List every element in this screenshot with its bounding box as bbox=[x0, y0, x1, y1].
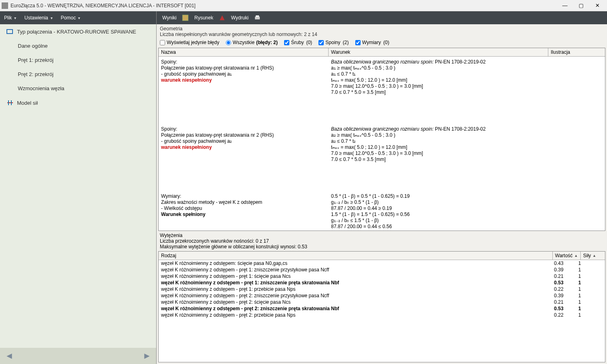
col-sily[interactable]: Siły▲ bbox=[581, 252, 605, 260]
geom-title: Geometria bbox=[160, 26, 604, 32]
app-icon bbox=[2, 2, 8, 9]
menu-bar: Plik▾ Ustawienia▾ Pomoc▾ bbox=[0, 11, 156, 24]
connection-type-icon bbox=[6, 28, 14, 35]
results-icon[interactable] bbox=[182, 15, 189, 21]
minimize-button[interactable]: — bbox=[557, 1, 573, 11]
svg-rect-7 bbox=[256, 15, 259, 17]
result-row[interactable]: Wymiary:Zakres ważności metody - węzeł K… bbox=[159, 191, 605, 231]
toolbar-wydruki[interactable]: Wydruki bbox=[229, 11, 251, 24]
results-grid-body[interactable]: Spoiny:Połączenie pas kratowy-pręt skrat… bbox=[159, 57, 605, 231]
wytezenia-row[interactable]: węzeł K różnoimienny z odstępem - pręt 2… bbox=[159, 312, 605, 318]
wytezenia-header: Wytężenia Liczba przekroczonych warunków… bbox=[157, 231, 607, 250]
chevron-down-icon: ▾ bbox=[51, 16, 53, 20]
next-arrow-icon[interactable]: ► bbox=[142, 351, 151, 361]
filter-only-errors-label: Wyświetlaj jedynie błędy bbox=[167, 40, 219, 45]
toolbar: Wyniki Rysunek Wydruki bbox=[157, 11, 607, 24]
menu-plik-label: Plik bbox=[4, 15, 12, 21]
toolbar-rysunek-label: Rysunek bbox=[194, 15, 213, 21]
nav-wzm[interactable]: Wzmocnienia węzła bbox=[0, 81, 156, 95]
wytezenia-row[interactable]: węzeł K różnoimienny z odstępem - pręt 1… bbox=[159, 279, 605, 286]
radio[interactable] bbox=[226, 40, 231, 45]
print-icon[interactable] bbox=[254, 15, 261, 21]
model-sil-icon bbox=[6, 99, 14, 106]
col-sily-label: Siły bbox=[583, 253, 591, 258]
wytezenia-row[interactable]: węzeł K różnoimienny z odstępem - pręt 2… bbox=[159, 305, 605, 312]
maximize-button[interactable]: ▢ bbox=[573, 1, 589, 11]
menu-ustawienia-label: Ustawienia bbox=[24, 15, 48, 21]
wytezenia-row[interactable]: węzeł K różnoimienny z odstępem - pręt 1… bbox=[159, 286, 605, 292]
nav-model-label: Model sił bbox=[17, 100, 38, 106]
checkbox[interactable] bbox=[318, 40, 324, 45]
filter-only-errors[interactable]: Wyświetlaj jedynie błędy bbox=[160, 40, 219, 45]
nav-pager: ◄ ► bbox=[0, 348, 156, 364]
nav-pret1[interactable]: Pręt 1: przekrój bbox=[0, 53, 156, 67]
checkbox[interactable] bbox=[284, 40, 289, 45]
wytezenia-row[interactable]: węzeł K różnoimienny z odstępem - pręt 2… bbox=[159, 299, 605, 305]
filter-all-label: Wszystkie bbox=[233, 40, 255, 45]
filter-wymiary-label: Wymiary bbox=[362, 40, 381, 45]
nav-pret2-label: Pręt 2: przekrój bbox=[18, 71, 53, 77]
wytezenia-grid-header: Rodzaj Wartość▲ Siły▲ bbox=[159, 252, 605, 260]
window-title: EuroZłącza 5.0 - WEWNĘTRZNA, NIEKOMERCYJ… bbox=[11, 3, 557, 8]
wyt-title: Wytężenia bbox=[160, 233, 604, 238]
chevron-down-icon: ▾ bbox=[78, 16, 80, 20]
wyt-summary1: Liczba przekroczonych warunków nośności:… bbox=[160, 238, 604, 244]
filter-sruby-count: (0) bbox=[306, 40, 312, 45]
svg-rect-6 bbox=[255, 17, 260, 19]
col-rodzaj[interactable]: Rodzaj bbox=[159, 252, 553, 260]
menu-pomoc-label: Pomoc bbox=[61, 15, 76, 21]
drawing-icon[interactable] bbox=[219, 15, 225, 21]
nav-model[interactable]: Model sił bbox=[0, 95, 156, 110]
result-row[interactable]: Spoiny:Połączenie pas kratowy-pręt skrat… bbox=[159, 124, 605, 167]
filter-spoiny[interactable]: Spoiny (2) bbox=[318, 40, 348, 45]
menu-plik[interactable]: Plik▾ bbox=[0, 11, 20, 24]
filter-all[interactable]: Wszystkie (błędy: 2) bbox=[226, 40, 278, 45]
nav-dane-label: Dane ogólne bbox=[18, 43, 48, 49]
results-grid: Nazwa Warunek Ilustracja Spoiny:Połączen… bbox=[158, 48, 605, 231]
wytezenia-section: Wytężenia Liczba przekroczonych warunków… bbox=[157, 231, 607, 364]
nav-typ-label: Typ połączenia - KRATOWO-RUROWE SPAWANE bbox=[17, 29, 136, 35]
wytezenia-grid: Rodzaj Wartość▲ Siły▲ węzeł K różnoimien… bbox=[158, 251, 605, 362]
filter-wymiary-count: (0) bbox=[383, 40, 389, 45]
filter-wymiary[interactable]: Wymiary (0) bbox=[355, 40, 389, 45]
toolbar-wyniki-label: Wyniki bbox=[162, 15, 176, 21]
checkbox[interactable] bbox=[160, 40, 165, 45]
menu-ustawienia[interactable]: Ustawienia▾ bbox=[20, 11, 57, 24]
titlebar: EuroZłącza 5.0 - WEWNĘTRZNA, NIEKOMERCYJ… bbox=[0, 0, 607, 11]
nav-dane[interactable]: Dane ogólne bbox=[0, 39, 156, 53]
nav-tree: Typ połączenia - KRATOWO-RUROWE SPAWANE … bbox=[0, 24, 156, 348]
svg-rect-0 bbox=[7, 30, 13, 34]
close-button[interactable]: ✕ bbox=[589, 1, 605, 11]
menu-pomoc[interactable]: Pomoc▾ bbox=[57, 11, 84, 24]
filter-spoiny-count: (2) bbox=[343, 40, 349, 45]
toolbar-wydruki-label: Wydruki bbox=[231, 15, 248, 21]
col-ilustracja[interactable]: Ilustracja bbox=[548, 48, 605, 56]
prev-arrow-icon[interactable]: ◄ bbox=[5, 351, 14, 361]
col-warunek[interactable]: Warunek bbox=[329, 48, 548, 56]
result-row[interactable]: Spoiny:Połączenie pas kratowy-pręt skrat… bbox=[159, 57, 605, 99]
filter-spoiny-label: Spoiny bbox=[325, 40, 340, 45]
wytezenia-row[interactable]: węzeł K różnoimienny z odstępem - pręt 1… bbox=[159, 273, 605, 279]
wyt-summary2: Maksymalne wytężenie główne w obliczanej… bbox=[160, 244, 604, 250]
wytezenia-row[interactable]: węzeł K różnoimienny z odstępem - pręt 1… bbox=[159, 267, 605, 273]
results-grid-header: Nazwa Warunek Ilustracja bbox=[159, 48, 605, 57]
wytezenia-row[interactable]: węzeł K różnoimienny z odstępem: ścięcie… bbox=[159, 260, 605, 267]
col-wartosc[interactable]: Wartość▲ bbox=[553, 252, 581, 260]
wytezenia-row[interactable]: węzeł K różnoimienny z odstępem - pręt 2… bbox=[159, 292, 605, 299]
filter-bar: Wyświetlaj jedynie błędy Wszystkie (błęd… bbox=[157, 38, 607, 48]
left-panel: Plik▾ Ustawienia▾ Pomoc▾ Typ połączenia … bbox=[0, 11, 156, 364]
geom-summary: Liczba niespełnionych warunków geometryc… bbox=[160, 32, 604, 37]
filter-sruby[interactable]: Śruby (0) bbox=[284, 40, 312, 45]
col-nazwa[interactable]: Nazwa bbox=[159, 48, 329, 56]
toolbar-wyniki[interactable]: Wyniki bbox=[160, 11, 179, 24]
filter-sruby-label: Śruby bbox=[291, 40, 304, 45]
filter-errors-count: (błędy: 2) bbox=[256, 40, 278, 45]
chevron-down-icon: ▾ bbox=[14, 16, 16, 20]
window-controls: — ▢ ✕ bbox=[557, 1, 605, 11]
svg-rect-4 bbox=[183, 15, 188, 21]
wytezenia-grid-body[interactable]: węzeł K różnoimienny z odstępem: ścięcie… bbox=[159, 260, 605, 362]
nav-typ[interactable]: Typ połączenia - KRATOWO-RUROWE SPAWANE bbox=[0, 24, 156, 39]
toolbar-rysunek[interactable]: Rysunek bbox=[192, 11, 216, 24]
nav-pret2[interactable]: Pręt 2: przekrój bbox=[0, 67, 156, 81]
checkbox[interactable] bbox=[355, 40, 361, 45]
